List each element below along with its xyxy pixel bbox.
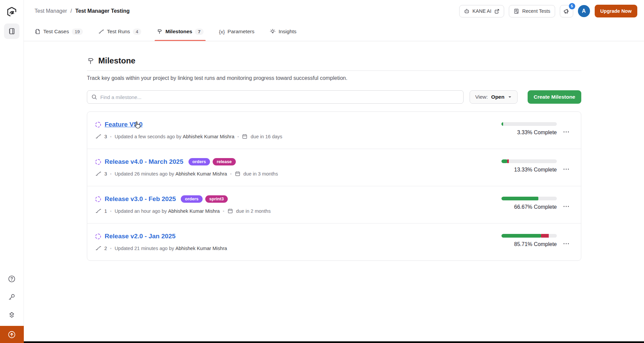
- test-runs-count-icon: [95, 208, 102, 214]
- milestone-info: Release v3.0 - Feb 2025 orderssprint3 1 …: [95, 195, 493, 214]
- ellipsis-icon: [562, 128, 570, 136]
- search-icon: [91, 94, 97, 100]
- milestone-run-count: 3: [104, 171, 107, 177]
- milestone-tag[interactable]: orders: [189, 158, 210, 165]
- milestone-progress: 3.33% Complete: [501, 121, 557, 140]
- test-manager-logo-icon[interactable]: [5, 5, 18, 19]
- milestone-progress: 66.67% Complete: [501, 195, 557, 214]
- tab-test-cases-label: Test Cases: [43, 29, 69, 35]
- dot-separator: [223, 208, 224, 214]
- milestone-title-link[interactable]: Release v2.0 - Jan 2025: [105, 233, 175, 240]
- tab-milestones[interactable]: Milestones 7: [157, 22, 204, 41]
- breadcrumb-parent[interactable]: Test Manager: [35, 8, 67, 14]
- page-title: Milestone: [98, 56, 136, 65]
- recent-tests-button[interactable]: Recent Tests: [509, 5, 555, 17]
- ellipsis-icon: [562, 165, 570, 173]
- megaphone-icon: [563, 8, 570, 14]
- milestone-updated-text: Updated an hour ago by Abhishek Kumar Mi…: [115, 208, 220, 214]
- progress-passed-segment: [501, 159, 507, 163]
- updated-by-name: Abhishek Kumar Mishra: [175, 171, 227, 177]
- parameters-icon: {x}: [219, 29, 225, 35]
- progress-bar: [501, 234, 557, 238]
- main-area: Test Manager / Test Manager Testing KANE…: [24, 0, 644, 343]
- progress-passed-segment: [501, 197, 538, 200]
- progress-percent-label: 85.71% Complete: [514, 241, 557, 247]
- project-tabbar: Test Cases 19 Test Runs 4 Milestones 7 {…: [24, 22, 644, 41]
- kane-ai-label: KANE AI: [473, 8, 491, 14]
- milestone-status-icon: [95, 159, 101, 165]
- notebook-icon: [8, 28, 15, 35]
- tab-insights[interactable]: Insights: [270, 22, 296, 41]
- tab-test-runs[interactable]: Test Runs 4: [98, 22, 141, 41]
- layers-icon: [8, 311, 16, 319]
- milestone-run-count: 1: [104, 208, 107, 214]
- test-runs-count-icon: [95, 133, 102, 140]
- milestone-due-wrap: due in 3 months: [230, 171, 278, 177]
- circle-up-arrow-icon: [7, 330, 16, 339]
- tab-milestones-label: Milestones: [165, 29, 192, 35]
- page-header: Milestone: [87, 56, 581, 65]
- sidebar-notebook-button[interactable]: [4, 23, 19, 39]
- milestone-tag[interactable]: sprint3: [205, 195, 228, 203]
- calendar-icon: [227, 208, 233, 214]
- milestone-search[interactable]: [87, 90, 464, 104]
- milestone-due-text: due in 3 months: [244, 171, 278, 177]
- support-widget-button[interactable]: [0, 326, 24, 343]
- updated-by-name: Abhishek Kumar Mishra: [183, 134, 234, 139]
- milestone-actions-button[interactable]: [559, 195, 573, 214]
- help-button[interactable]: [4, 272, 19, 286]
- milestone-due-wrap: due in 2 months: [223, 208, 271, 214]
- milestone-actions-button[interactable]: [559, 233, 573, 251]
- recent-tests-label: Recent Tests: [522, 8, 550, 14]
- milestone-tag[interactable]: orders: [181, 195, 202, 203]
- milestone-tag[interactable]: release: [213, 158, 236, 165]
- progress-passed-segment: [501, 122, 503, 126]
- top-bar: Test Manager / Test Manager Testing KANE…: [24, 0, 644, 22]
- tab-milestones-count: 7: [195, 29, 204, 35]
- progress-percent-label: 3.33% Complete: [517, 130, 557, 136]
- view-filter-value: Open: [491, 94, 504, 100]
- progress-bar: [501, 197, 557, 200]
- test-report-icon: [514, 8, 519, 14]
- milestone-title-link[interactable]: Release v4.0 - March 2025: [105, 158, 183, 165]
- progress-failed-segment: [541, 234, 549, 238]
- milestone-status-icon: [95, 122, 101, 128]
- search-input[interactable]: [100, 94, 459, 100]
- integrations-button[interactable]: [4, 308, 19, 323]
- view-filter-dropdown[interactable]: View: Open: [470, 90, 518, 104]
- updated-ago-text: Updated 26 minutes ago by: [115, 171, 174, 177]
- notification-badge: 5: [569, 3, 575, 9]
- milestone-meta: 3 Updated 26 minutes ago by Abhishek Kum…: [95, 170, 493, 177]
- announcements-button[interactable]: 5: [560, 5, 573, 17]
- tab-parameters[interactable]: {x} Parameters: [219, 22, 255, 41]
- external-link-icon: [494, 9, 499, 14]
- milestone-actions-button[interactable]: [559, 158, 573, 177]
- milestone-due-text: due in 16 days: [251, 134, 282, 139]
- chevron-down-icon: [508, 95, 512, 99]
- controls-row: View: Open Create Milestone: [87, 90, 581, 104]
- upgrade-now-button[interactable]: Upgrade Now: [595, 5, 637, 17]
- progress-percent-label: 13.33% Complete: [514, 167, 557, 173]
- dot-separator: [110, 171, 112, 177]
- tab-test-cases[interactable]: Test Cases 19: [35, 22, 83, 41]
- milestone-progress: 13.33% Complete: [501, 158, 557, 177]
- milestone-flag-icon: [87, 57, 95, 65]
- updated-ago-text: Updated an hour ago by: [115, 208, 167, 214]
- header-divider: [87, 70, 581, 71]
- milestone-actions-button[interactable]: [559, 121, 573, 140]
- user-avatar[interactable]: A: [578, 5, 590, 17]
- tab-test-runs-label: Test Runs: [107, 29, 130, 35]
- milestone-meta: 2 Updated 21 minutes ago by Abhishek Kum…: [95, 245, 493, 251]
- kane-ai-button[interactable]: KANE AI: [459, 5, 504, 17]
- dot-separator: [110, 134, 112, 139]
- create-milestone-button[interactable]: Create Milestone: [528, 90, 581, 104]
- milestone-updated-text: Updated 26 minutes ago by Abhishek Kumar…: [115, 171, 227, 177]
- milestone-info: Feature V5.0 3 Updated a few seconds ago…: [95, 121, 493, 140]
- milestone-status-icon: [95, 196, 101, 202]
- milestone-meta: 1 Updated an hour ago by Abhishek Kumar …: [95, 208, 493, 214]
- insights-icon: [270, 29, 276, 35]
- milestone-title-link[interactable]: Feature V5.0: [105, 121, 143, 128]
- milestone-tags: orderssprint3: [181, 195, 228, 203]
- milestone-title-link[interactable]: Release v3.0 - Feb 2025: [105, 195, 176, 203]
- api-keys-button[interactable]: [4, 290, 19, 304]
